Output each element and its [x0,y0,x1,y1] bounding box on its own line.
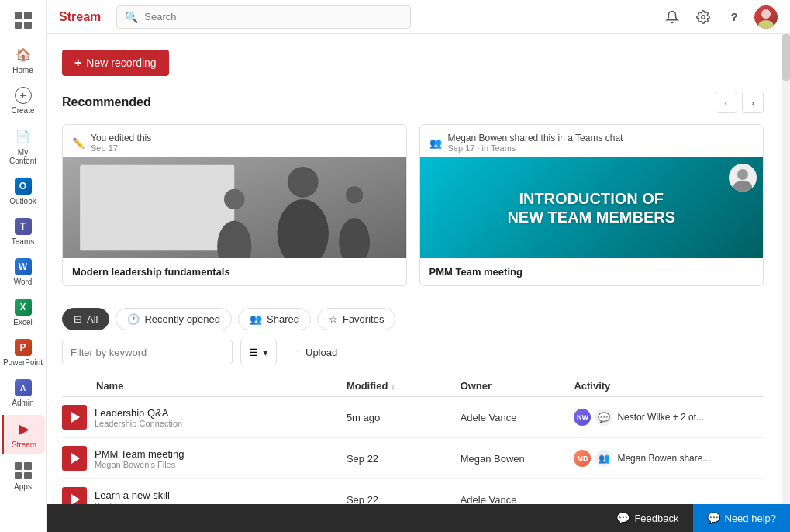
sidebar-item-outlook[interactable]: O Outlook [3,173,43,210]
row-1-activity: NW 💬 Nestor Wilke + 2 ot... [574,409,764,426]
tab-recently-opened-label: Recently opened [144,313,220,325]
sidebar-item-home[interactable]: 🏠 Home [3,40,43,79]
row-2-activity-avatar: MB [574,450,591,467]
sidebar-item-stream[interactable]: ▶ Stream [2,415,45,454]
recommended-card-2[interactable]: 👥 Megan Bowen shared this in a Teams cha… [419,124,764,286]
filter-input[interactable] [62,340,233,364]
outlook-icon: O [15,178,32,195]
card-2-avatar [729,164,757,192]
create-icon: + [15,87,32,104]
row-1-activity-text: Nestor Wilke + 2 ot... [617,412,704,423]
card-2-thumb-line2: NEW TEAM MEMBERS [507,208,675,226]
feedback-label: Feedback [634,513,678,524]
svg-point-7 [224,189,245,210]
filter-row: ☰ ▾ ↑ Upload [62,340,764,364]
row-2-name-cell: PMM Team meeting Megan Bowen's Files [62,446,347,471]
row-1-subtitle: Leadership Connection [95,419,182,428]
col-activity: Activity [574,380,764,392]
edit-icon: ✏️ [72,137,85,149]
all-icon: ⊞ [74,313,82,325]
sidebar-item-powerpoint[interactable]: P PowerPoint [3,334,43,371]
row-3-title: Learn a new skill [95,489,170,501]
admin-icon: A [15,379,32,396]
card-1-meta: ✏️ You edited this Sep 17 [63,125,406,157]
row-1-name-cell: Leadership Q&A Leadership Connection [62,405,347,430]
svg-point-1 [761,9,771,19]
card-2-title: PMM Team meeting [420,258,764,285]
search-bar[interactable]: 🔍 [116,5,411,29]
col-modified[interactable]: Modified ↓ [347,380,461,392]
svg-point-9 [346,186,363,203]
card-2-thumbnail: INTRODUCTION OF NEW TEAM MEMBERS [420,157,764,258]
upload-button[interactable]: ↑ Upload [285,340,348,364]
svg-point-5 [288,167,319,198]
avatar[interactable] [754,5,778,29]
help-icon[interactable]: ? [723,6,745,28]
sidebar-item-apps[interactable]: Apps [3,457,43,496]
share-icon: 👥 [429,137,442,149]
settings-icon[interactable] [692,6,714,28]
need-help-button[interactable]: 💬 Need help? [693,504,791,532]
col-owner: Owner [461,380,574,392]
need-help-label: Need help? [725,513,777,524]
sort-dropdown[interactable]: ☰ ▾ [240,340,277,364]
sort-arrow: ↓ [391,382,395,391]
row-1-modified: 5m ago [347,412,461,423]
sidebar-item-label: Create [11,106,34,115]
svg-rect-4 [80,165,234,251]
sidebar-item-label: Admin [12,399,33,407]
sidebar-item-word[interactable]: W Word [3,254,43,291]
tab-recently-opened[interactable]: 🕐 Recently opened [116,308,232,330]
sidebar-item-label: Stream [12,440,36,449]
sidebar-item-apps-grid[interactable] [3,6,43,34]
sidebar-item-label: Apps [14,482,32,491]
topbar: Stream 🔍 ? [47,0,790,34]
sidebar: 🏠 Home + Create 📄 My Content O Outlook T… [0,0,47,532]
help-bubble-icon: 💬 [707,512,720,524]
sidebar-item-create[interactable]: + Create [3,82,43,119]
nav-next-button[interactable]: › [742,92,764,113]
sidebar-item-label: PowerPoint [3,358,43,367]
row-1-thumb [62,405,87,430]
play-icon [71,494,80,505]
nav-prev-button[interactable]: ‹ [716,92,737,113]
table-row[interactable]: Leadership Q&A Leadership Connection 5m … [62,397,764,438]
my-content-icon: 📄 [14,127,33,146]
notifications-icon[interactable] [661,6,683,28]
star-icon: ☆ [329,313,338,325]
sidebar-item-teams[interactable]: T Teams [3,213,43,250]
table-row[interactable]: PMM Team meeting Megan Bowen's Files Sep… [62,438,764,479]
sidebar-item-my-content[interactable]: 📄 My Content [3,123,43,170]
apps-grid-icon [14,11,33,29]
new-recording-label: New recording [86,57,156,69]
table-header: Name Modified ↓ Owner Activity [62,375,764,397]
sidebar-item-admin[interactable]: A Admin [3,375,43,412]
recommended-card-1[interactable]: ✏️ You edited this Sep 17 [62,124,407,286]
apps-icon [14,461,33,480]
powerpoint-icon: P [15,339,32,356]
scrollbar[interactable] [782,34,790,532]
new-recording-button[interactable]: + New recording [62,50,169,76]
card-2-meta-sub: Sep 17 · in Teams [448,143,623,153]
svg-point-12 [733,181,752,192]
topbar-icons: ? [661,5,778,29]
sidebar-item-excel[interactable]: X Excel [3,294,43,331]
scrollbar-thumb[interactable] [782,34,790,81]
word-icon: W [15,258,32,275]
avatar-image [754,5,778,29]
upload-icon: ↑ [295,346,301,358]
svg-point-11 [737,169,748,180]
upload-label: Upload [305,347,337,358]
teams-icon: T [15,218,32,235]
shared-icon: 👥 [250,313,262,325]
tab-all[interactable]: ⊞ All [62,308,109,330]
search-input[interactable] [144,11,402,22]
svg-point-2 [758,20,774,29]
feedback-button[interactable]: 💬 Feedback [602,504,692,532]
plus-icon: + [74,56,81,70]
sidebar-item-label: Home [12,66,33,74]
row-2-title: PMM Team meeting [95,448,184,460]
tab-shared[interactable]: 👥 Shared [238,308,311,330]
tab-favorites[interactable]: ☆ Favorites [317,308,395,330]
card-1-meta-sub: Sep 17 [91,143,151,153]
